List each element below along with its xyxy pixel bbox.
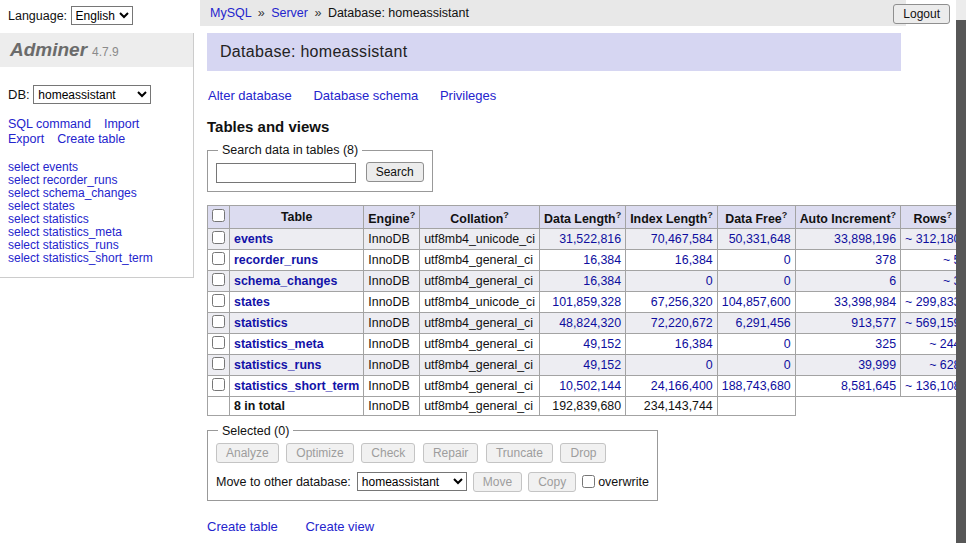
truncate-button[interactable]: Truncate — [486, 443, 553, 463]
index-length-link[interactable]: 72,220,672 — [651, 316, 713, 330]
help-link[interactable]: ? — [616, 210, 622, 220]
sql-command-link[interactable]: SQL command — [8, 117, 91, 132]
help-link[interactable]: ? — [503, 210, 509, 220]
db-select[interactable]: homeassistant — [33, 85, 151, 104]
data-length-link[interactable]: 10,502,144 — [559, 379, 621, 393]
repair-button[interactable]: Repair — [423, 443, 478, 463]
table-name-link[interactable]: statistics_runs — [234, 358, 321, 372]
help-link[interactable]: ? — [707, 210, 713, 220]
create-table-link[interactable]: Create table — [207, 519, 278, 534]
select-all-checkbox[interactable] — [212, 209, 225, 222]
adminer-brand-link[interactable]: Adminer — [10, 39, 87, 60]
create-table-sidebar-link[interactable]: Create table — [57, 132, 125, 147]
help-link[interactable]: ? — [410, 210, 416, 220]
move-db-select[interactable]: homeassistant — [357, 472, 467, 491]
index-length-link[interactable]: 0 — [706, 358, 713, 372]
row-checkbox[interactable] — [212, 357, 225, 370]
search-button[interactable]: Search — [366, 162, 424, 182]
data-length-link[interactable]: 49,152 — [583, 358, 621, 372]
data-free-link[interactable]: 0 — [784, 337, 791, 351]
table-name-link[interactable]: statistics_meta — [234, 337, 324, 351]
rows-link[interactable]: ~ 299,833 — [905, 295, 960, 309]
breadcrumb-server-link[interactable]: Server — [271, 6, 308, 20]
data-free-link[interactable]: 50,331,648 — [729, 232, 791, 246]
table-row: schema_changesInnoDButf8mb4_general_ci16… — [208, 270, 966, 291]
row-checkbox[interactable] — [212, 378, 225, 391]
language-select[interactable]: English — [71, 6, 133, 25]
data-free-link[interactable]: 188,743,680 — [722, 379, 791, 393]
index-length-link[interactable]: 16,384 — [675, 337, 713, 351]
database-schema-link[interactable]: Database schema — [313, 88, 418, 103]
check-button[interactable]: Check — [361, 443, 415, 463]
table-row: statistics_runsInnoDButf8mb4_general_ci4… — [208, 354, 966, 375]
sidebar-table-link[interactable]: select statistics_short_term — [8, 252, 193, 265]
scrollbar[interactable] — [956, 0, 966, 543]
help-link[interactable]: ? — [782, 210, 788, 220]
index-length-link[interactable]: 24,166,400 — [651, 379, 713, 393]
totals-engine: InnoDB — [364, 396, 420, 415]
data-free-link[interactable]: 104,857,600 — [722, 295, 791, 309]
rows-link[interactable]: ~ 569,159 — [905, 316, 960, 330]
import-link[interactable]: Import — [104, 117, 139, 132]
privileges-link[interactable]: Privileges — [440, 88, 496, 103]
drop-button[interactable]: Drop — [560, 443, 606, 463]
help-link[interactable]: ? — [891, 210, 897, 220]
index-length-link[interactable]: 16,384 — [675, 253, 713, 267]
copy-button[interactable]: Copy — [528, 472, 576, 492]
data-length-link[interactable]: 101,859,328 — [552, 295, 621, 309]
table-row: eventsInnoDButf8mb4_unicode_ci31,522,816… — [208, 228, 966, 249]
auto-increment-link[interactable]: 33,898,196 — [834, 232, 896, 246]
db-selector-row: DB: homeassistant — [8, 85, 193, 104]
table-name-link[interactable]: statistics — [234, 316, 288, 330]
table-name-link[interactable]: recorder_runs — [234, 253, 318, 267]
search-input[interactable] — [216, 163, 356, 183]
rows-link[interactable]: ~ 312,180 — [905, 232, 960, 246]
row-checkbox[interactable] — [212, 336, 225, 349]
export-link[interactable]: Export — [8, 132, 44, 147]
auto-increment-link[interactable]: 8,581,645 — [841, 379, 896, 393]
data-free-link[interactable]: 0 — [784, 274, 791, 288]
logout-button[interactable]: Logout — [893, 4, 950, 24]
help-link[interactable]: ? — [947, 210, 953, 220]
row-checkbox[interactable] — [212, 315, 225, 328]
collation-cell: utf8mb4_general_ci — [420, 375, 540, 396]
breadcrumb-mysql-link[interactable]: MySQL — [210, 6, 251, 20]
table-name-link[interactable]: states — [234, 295, 270, 309]
data-length-link[interactable]: 16,384 — [583, 253, 621, 267]
data-length-link[interactable]: 49,152 — [583, 337, 621, 351]
auto-increment-link[interactable]: 6 — [889, 274, 896, 288]
row-checkbox[interactable] — [212, 294, 225, 307]
data-free-link[interactable]: 0 — [784, 253, 791, 267]
data-free-link[interactable]: 6,291,456 — [736, 316, 791, 330]
auto-increment-link[interactable]: 913,577 — [851, 316, 896, 330]
data-free-link[interactable]: 0 — [784, 358, 791, 372]
row-checkbox[interactable] — [212, 231, 225, 244]
auto-increment-link[interactable]: 39,999 — [858, 358, 896, 372]
page-title: Database: homeassistant — [207, 33, 901, 71]
index-length-link[interactable]: 0 — [706, 274, 713, 288]
auto-increment-link[interactable]: 33,398,984 — [834, 295, 896, 309]
overwrite-checkbox[interactable] — [582, 475, 595, 488]
auto-increment-link[interactable]: 378 — [875, 253, 896, 267]
data-length-link[interactable]: 16,384 — [583, 274, 621, 288]
auto-increment-link[interactable]: 325 — [875, 337, 896, 351]
row-checkbox[interactable] — [212, 252, 225, 265]
index-length-link[interactable]: 70,467,584 — [651, 232, 713, 246]
rows-link[interactable]: ~ 136,108 — [905, 379, 960, 393]
row-checkbox-cell — [208, 270, 230, 291]
move-button[interactable]: Move — [473, 472, 522, 492]
row-checkbox[interactable] — [212, 273, 225, 286]
data-length-cell: 16,384 — [540, 270, 626, 291]
create-view-link[interactable]: Create view — [305, 519, 374, 534]
analyze-button[interactable]: Analyze — [216, 443, 279, 463]
data-length-link[interactable]: 31,522,816 — [559, 232, 621, 246]
table-name-link[interactable]: schema_changes — [234, 274, 337, 288]
table-name-link[interactable]: statistics_short_term — [234, 379, 359, 393]
table-name-link[interactable]: events — [234, 232, 273, 246]
alter-database-link[interactable]: Alter database — [208, 88, 292, 103]
scrollbar-thumb[interactable] — [956, 20, 966, 543]
data-length-link[interactable]: 48,824,320 — [559, 316, 621, 330]
optimize-button[interactable]: Optimize — [286, 443, 353, 463]
row-checkbox-cell — [208, 354, 230, 375]
index-length-link[interactable]: 67,256,320 — [651, 295, 713, 309]
